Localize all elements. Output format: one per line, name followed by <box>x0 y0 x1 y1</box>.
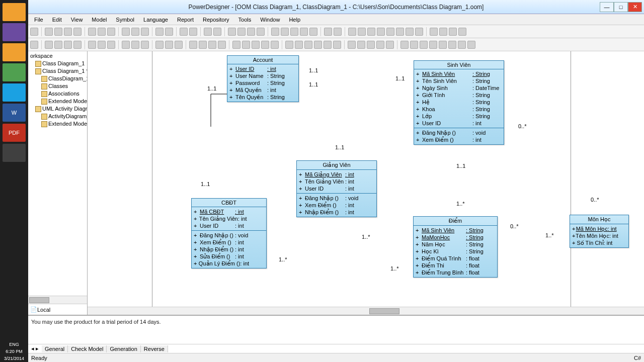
tree-item[interactable]: ActivityDiagram_ <box>29 113 86 120</box>
menu-edit[interactable]: Edit <box>48 16 66 24</box>
tree-item[interactable]: Class Diagram_1 * <box>29 67 86 75</box>
toolbar-button[interactable] <box>367 28 375 36</box>
sys-time[interactable]: 6:20 PM <box>6 348 23 355</box>
toolbar-button[interactable] <box>232 41 240 49</box>
toolbar-button[interactable] <box>155 41 164 49</box>
toolbar-button[interactable] <box>348 41 356 49</box>
toolbar-button[interactable] <box>228 28 236 36</box>
toolbar-button[interactable] <box>458 28 466 36</box>
output-tab[interactable]: Generation <box>107 345 140 352</box>
toolbar-button[interactable] <box>165 28 173 36</box>
tree-item[interactable]: Extended Model <box>29 120 86 128</box>
toolbar-button[interactable] <box>252 41 260 49</box>
toolbar-button[interactable] <box>290 28 298 36</box>
toolbar-button[interactable] <box>410 41 418 49</box>
toolbar-button[interactable] <box>261 41 269 49</box>
toolbar-button[interactable] <box>406 28 414 36</box>
output-tab[interactable]: Reverse <box>141 345 168 352</box>
toolbar-button[interactable] <box>73 28 82 36</box>
toolbar-button[interactable] <box>439 41 447 49</box>
diagram-canvas[interactable]: 1..1 1..1 1..1 1..1 1..1 1..1 1..1 1..* … <box>88 51 644 315</box>
toolbar-button[interactable] <box>467 41 475 49</box>
toolbar-button[interactable] <box>257 28 265 36</box>
toolbar-button[interactable] <box>54 28 62 36</box>
taskbar-app-5[interactable] <box>3 83 26 102</box>
menu-language[interactable]: Language <box>139 16 172 24</box>
toolbar-button[interactable] <box>204 28 212 36</box>
toolbar-button[interactable] <box>415 28 423 36</box>
toolbar-button[interactable] <box>213 28 221 36</box>
menu-report[interactable]: Report <box>173 16 198 24</box>
taskbar-app-3[interactable] <box>3 43 26 61</box>
toolbar-button[interactable] <box>281 28 289 36</box>
tree-item[interactable]: Classes <box>29 82 86 90</box>
object-browser[interactable]: orkspace Class Diagram_1Class Diagram_1 … <box>28 51 87 296</box>
class-cbdt[interactable]: CBĐT +Mã CBĐT: int+Tên Giảng Viên: int+U… <box>191 198 267 268</box>
toolbar-button[interactable] <box>131 28 139 36</box>
toolbar-button[interactable] <box>367 41 375 49</box>
taskbar-app-6[interactable]: W <box>3 104 26 122</box>
taskbar-app-4[interactable] <box>3 63 26 81</box>
toolbar-button[interactable] <box>98 28 106 36</box>
toolbar-button[interactable] <box>175 41 183 49</box>
toolbar-button[interactable] <box>131 41 139 49</box>
titlebar[interactable]: PowerDesigner - [OOM Class Diagram_1, Cl… <box>28 0 644 14</box>
toolbar-button[interactable] <box>54 41 62 49</box>
toolbar-button[interactable] <box>285 41 293 49</box>
toolbar-button[interactable] <box>429 41 437 49</box>
toolbar-button[interactable] <box>334 28 342 36</box>
toolbar-button[interactable] <box>448 41 456 49</box>
toolbar-button[interactable] <box>324 28 332 36</box>
toolbar-button[interactable] <box>107 28 115 36</box>
class-monhoc[interactable]: Môn Học +Mã Môn Học: int+Tên Môn Học: in… <box>570 215 629 248</box>
toolbar-button[interactable] <box>271 28 279 36</box>
toolbar-button[interactable] <box>449 28 457 36</box>
toolbar-button[interactable] <box>189 28 197 36</box>
toolbar-button[interactable] <box>141 28 149 36</box>
toolbar-button[interactable] <box>30 41 38 49</box>
menu-file[interactable]: File <box>30 16 47 24</box>
taskbar-app-7[interactable]: PDF <box>3 124 26 142</box>
class-giangvien[interactable]: Giảng Viên +Mã Giảng Viên: int+Tên Giảng… <box>296 160 377 217</box>
toolbar-button[interactable] <box>45 41 53 49</box>
menu-help[interactable]: Help <box>285 16 304 24</box>
toolbar-button[interactable] <box>141 41 149 49</box>
menu-model[interactable]: Model <box>88 16 111 24</box>
toolbar-button[interactable] <box>64 41 72 49</box>
sys-lang[interactable]: ENG <box>9 341 19 348</box>
toolbar-button[interactable] <box>304 41 312 49</box>
canvas-scroll-h[interactable] <box>88 307 644 315</box>
toolbar-button[interactable] <box>386 41 394 49</box>
sidebar-tabs[interactable]: 📄 Local <box>28 304 87 315</box>
toolbar-button[interactable] <box>430 28 438 36</box>
output-tab[interactable]: General <box>42 345 68 352</box>
class-diem[interactable]: Điểm +Mã Sinh Viên: String+MaMonHoc: Str… <box>413 216 498 278</box>
toolbar-button[interactable] <box>247 28 255 36</box>
tree-item[interactable]: Class Diagram_1 <box>29 60 86 67</box>
toolbar-button[interactable] <box>98 41 106 49</box>
toolbar-button[interactable] <box>88 41 96 49</box>
toolbar-button[interactable] <box>155 28 164 36</box>
toolbar-button[interactable] <box>396 28 404 36</box>
tree-root[interactable]: orkspace <box>29 52 86 60</box>
toolbar-button[interactable] <box>386 28 394 36</box>
output-tab[interactable]: Check Model <box>68 345 107 352</box>
toolbar-button[interactable] <box>420 41 428 49</box>
tree-item[interactable]: ClassDiagram_1 <box>29 75 86 82</box>
taskbar-app-8[interactable] <box>3 144 26 162</box>
menu-tools[interactable]: Tools <box>234 16 256 24</box>
toolbar-button[interactable] <box>73 41 82 49</box>
menu-window[interactable]: Window <box>256 16 284 24</box>
sys-date[interactable]: 3/21/2014 <box>4 355 24 362</box>
toolbar-button[interactable] <box>376 41 384 49</box>
toolbar-button[interactable] <box>295 41 303 49</box>
toolbar-button[interactable] <box>64 28 72 36</box>
toolbar-button[interactable] <box>107 41 115 49</box>
toolbar-button[interactable] <box>309 28 317 36</box>
toolbar-button[interactable] <box>30 28 38 36</box>
menu-symbol[interactable]: Symbol <box>112 16 138 24</box>
output-tabs[interactable]: ◂ ▸ GeneralCheck ModelGenerationReverse <box>28 344 644 353</box>
toolbar-button[interactable] <box>458 41 466 49</box>
toolbar-button[interactable] <box>237 28 246 36</box>
toolbar-button[interactable] <box>122 41 130 49</box>
